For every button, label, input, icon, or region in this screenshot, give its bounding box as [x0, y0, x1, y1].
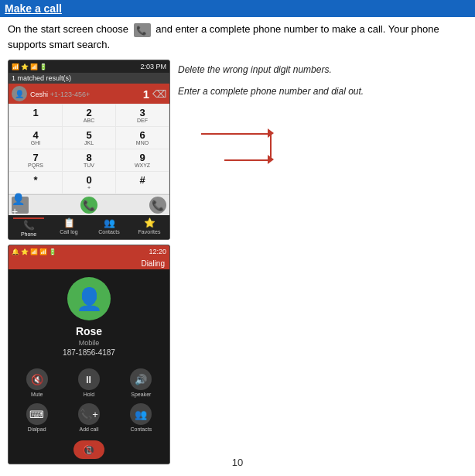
call-action-speaker[interactable]: 🔊 Speaker	[116, 366, 166, 399]
key-7[interactable]: 7PQRS	[9, 149, 62, 171]
search-number: 1	[143, 87, 149, 101]
statusbar2-time: 12:20	[149, 248, 166, 255]
intro-text: On the start screen choose and enter a c…	[0, 17, 475, 57]
search-input-area[interactable]: Ceshi +1-123-456+	[30, 90, 140, 98]
key-hash[interactable]: #	[116, 172, 169, 193]
search-row[interactable]: 👤 Ceshi +1-123-456+ 1 ⌫	[9, 84, 169, 104]
call-actions-grid: 🔇 Mute ⏸ Hold 🔊 Speaker ⌨ Dialpad 📞+	[9, 363, 169, 437]
key-4[interactable]: 4GHI	[9, 127, 62, 149]
contacts-icon: 👥	[130, 403, 152, 425]
speaker-icon: 🔊	[130, 368, 152, 390]
right-panel: Delete the wrong input digit numbers. En…	[178, 60, 467, 464]
calllog-nav-icon: 📋	[63, 217, 75, 228]
call-action-hold[interactable]: ⏸ Hold	[63, 366, 114, 399]
phone-app-icon	[134, 23, 151, 37]
backspace-button[interactable]: ⌫	[152, 88, 166, 100]
call-action-mute[interactable]: 🔇 Mute	[12, 366, 62, 399]
addcall-icon: 📞+	[78, 403, 100, 425]
tip2-text: Enter a complete phone number and dial o…	[178, 84, 467, 98]
screenshots-column: 📶 ⭐ 📶 🔋 2:03 PM 1 matched result(s) 👤 Ce…	[8, 60, 170, 464]
arrow-diagram	[178, 122, 302, 168]
contact-avatar-large: 👤	[67, 277, 111, 320]
mute-icon: 🔇	[26, 368, 48, 390]
matched-results-bar: 1 matched result(s)	[9, 73, 169, 84]
statusbar1-time: 2:03 PM	[140, 63, 166, 70]
call-action-dialpad[interactable]: ⌨ Dialpad	[12, 401, 62, 434]
statusbar2: 🔔 ⭐ 📶 📶 🔋 12:20	[9, 245, 169, 258]
nav-favorites[interactable]: ⭐ Favorites	[134, 217, 165, 237]
end-call-button[interactable]: 📵	[73, 440, 104, 459]
nav-contacts[interactable]: 👥 Contacts	[94, 217, 125, 237]
contact-number: 187-1856-4187	[63, 348, 115, 357]
statusbar1-icons: 📶 ⭐ 📶 🔋	[12, 63, 47, 70]
hold-icon: ⏸	[78, 368, 100, 390]
dialpad-icon: ⌨	[26, 403, 48, 425]
add-contact-button[interactable]: 👤+	[12, 197, 29, 214]
page-header: Make a call	[0, 0, 475, 17]
nav-phone[interactable]: 📞 Phone	[13, 217, 44, 237]
key-9[interactable]: 9WXYZ	[116, 149, 169, 171]
contacts-nav-icon: 👥	[104, 217, 115, 228]
key-5[interactable]: 5JKL	[63, 127, 115, 149]
screen2-dialing: 🔔 ⭐ 📶 📶 🔋 12:20 Dialing 👤 Rose Mobile 18…	[8, 245, 170, 464]
call-action-contacts[interactable]: 👥 Contacts	[116, 401, 166, 434]
dialing-header: Dialing	[9, 258, 169, 269]
screen1-dialer: 📶 ⭐ 📶 🔋 2:03 PM 1 matched result(s) 👤 Ce…	[8, 60, 170, 240]
dial-button-green[interactable]: 📞	[80, 197, 97, 214]
contact-type: Mobile	[79, 339, 100, 347]
add-contact-row: 👤+ 📞 📞	[9, 194, 169, 215]
favorites-nav-icon: ⭐	[144, 217, 155, 228]
contact-section: 👤 Rose Mobile 187-1856-4187	[9, 269, 169, 363]
key-1[interactable]: 1	[9, 104, 62, 126]
dial-button-gray: 📞	[149, 197, 166, 214]
key-2[interactable]: 2ABC	[63, 104, 115, 126]
bottom-nav: 📞 Phone 📋 Call log 👥 Contacts ⭐ Favorite…	[9, 215, 169, 239]
key-star[interactable]: *	[9, 172, 62, 193]
arrow-horiz2	[224, 159, 271, 161]
key-8[interactable]: 8TUV	[63, 149, 115, 171]
page-number: 10	[232, 457, 243, 468]
keypad-grid: 1 2ABC 3DEF 4GHI 5JKL 6MNO 7PQRS 8TUV 9W…	[9, 104, 169, 194]
call-action-addcall[interactable]: 📞+ Add call	[63, 401, 114, 434]
nav-calllog[interactable]: 📋 Call log	[53, 217, 84, 237]
tip1-text: Delete the wrong input digit numbers.	[178, 63, 467, 77]
end-call-row: 📵	[9, 437, 169, 464]
contact-name: Rose	[76, 325, 102, 337]
statusbar2-icons: 🔔 ⭐ 📶 📶 🔋	[12, 248, 56, 255]
statusbar1: 📶 ⭐ 📶 🔋 2:03 PM	[9, 60, 169, 73]
key-6[interactable]: 6MNO	[116, 127, 169, 149]
arrow-head2	[268, 155, 274, 164]
phone-nav-icon: 📞	[23, 220, 35, 231]
arrow-horiz1	[201, 133, 271, 135]
key-0[interactable]: 0+	[63, 172, 115, 193]
contact-avatar-small: 👤	[12, 86, 27, 101]
key-3[interactable]: 3DEF	[116, 104, 169, 126]
